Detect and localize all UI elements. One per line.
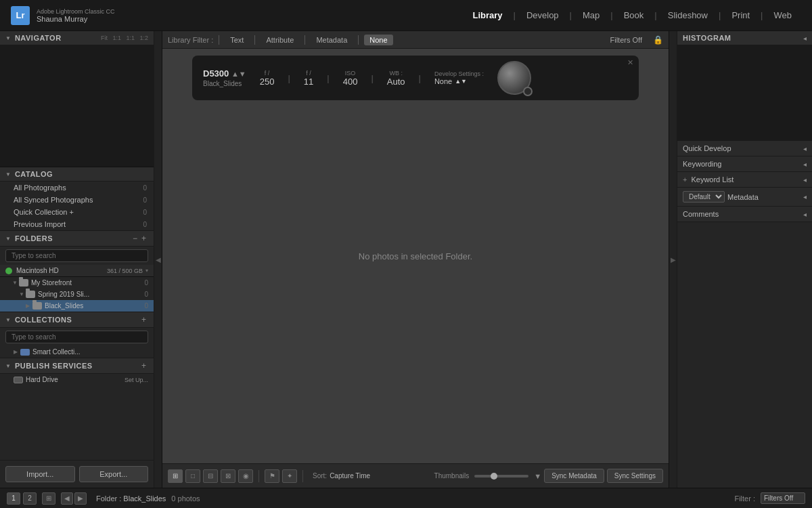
folders-search-input[interactable] (5, 249, 148, 262)
page-2-button[interactable]: 2 (23, 492, 37, 505)
quick-collection-count: 0 (143, 209, 147, 216)
collections-plus-button[interactable]: + (139, 315, 148, 324)
comments-arrow: ◂ (803, 211, 807, 218)
sync-settings-button[interactable]: Sync Settings (607, 469, 663, 483)
navigator-header[interactable]: ▼ Navigator Fit 1:1 1:1 1:2 (0, 31, 154, 45)
tab-map[interactable]: Map (573, 6, 609, 24)
filter-text-button[interactable]: Text (225, 35, 249, 45)
folder-black-slides[interactable]: ▶ Black_Slides 0 (0, 300, 154, 312)
keyword-list-plus[interactable]: + (683, 175, 687, 184)
metadata-section[interactable]: Default Metadata ◂ (677, 188, 812, 207)
lr-logo: Lr (11, 6, 30, 25)
tab-print[interactable]: Print (722, 6, 759, 24)
left-panel-collapse[interactable]: ◀ (154, 31, 162, 488)
folder-spring-2019[interactable]: ▼ Spring 2019 Sli... 0 (0, 289, 154, 300)
catalog-item-quick-collection[interactable]: Quick Collection + 0 (0, 206, 154, 218)
folders-plus-button[interactable]: + (139, 234, 148, 243)
catalog-item-synced[interactable]: All Synced Photographs 0 (0, 194, 154, 206)
camera-iso-label: ISO (345, 70, 356, 77)
collections-header[interactable]: ▼ Collections + (0, 312, 154, 328)
camera-info-bar: ✕ D5300 ▲▼ Black_Slides f / 250 | f / 11 (192, 56, 639, 100)
tab-web[interactable]: Web (765, 6, 802, 24)
tab-slideshow[interactable]: Slideshow (658, 6, 717, 24)
keywording-section[interactable]: Keywording ◂ (677, 156, 812, 172)
storefront-name: My Storefront (31, 279, 144, 287)
camera-dial[interactable] (497, 61, 531, 95)
slider-down-arrow[interactable]: ▼ (534, 472, 541, 480)
catalog-item-all-photographs[interactable]: All Photographs 0 (0, 182, 154, 194)
lock-icon[interactable]: 🔒 (653, 35, 663, 45)
camera-f-value: 250 (260, 77, 275, 87)
export-button[interactable]: Export... (79, 466, 149, 482)
photos-count[interactable]: 0 photos (171, 494, 200, 503)
histogram-arrow[interactable]: ◂ (803, 35, 807, 42)
catalog-item-previous-import[interactable]: Previous Import 0 (0, 218, 154, 230)
next-button[interactable]: ▶ (74, 492, 87, 505)
develop-settings-label: Develop Settings : (434, 70, 484, 77)
filters-off-button[interactable]: Filters Off (605, 35, 648, 45)
histogram-header[interactable]: Histogram ◂ (677, 31, 812, 45)
comments-section[interactable]: Comments ◂ (677, 207, 812, 222)
synced-photographs-count: 0 (143, 196, 147, 204)
nav-arrows: ◀ ▶ (61, 492, 87, 505)
folders-header[interactable]: ▼ Folders − + (0, 231, 154, 247)
folders-minus-button[interactable]: − (131, 234, 139, 243)
sync-metadata-button[interactable]: Sync Metadata (544, 469, 604, 483)
develop-settings-info: Develop Settings : None ▲▼ (434, 70, 484, 85)
grid-small-button[interactable]: ⊞ (42, 492, 55, 505)
sort-value[interactable]: Capture Time (330, 472, 370, 480)
flag-button[interactable]: ⚑ (265, 469, 279, 483)
keyword-list-arrow: ◂ (803, 176, 807, 184)
sort-label: Sort: (313, 472, 327, 480)
metadata-preset-select[interactable]: Default (683, 191, 725, 203)
tab-develop[interactable]: Develop (517, 6, 568, 24)
spray-button[interactable]: ✦ (282, 469, 297, 483)
status-filter-label: Filter : (734, 494, 755, 503)
filter-off-select[interactable]: Filters Off (761, 492, 805, 504)
publish-services-triangle: ▼ (5, 363, 11, 369)
people-view-button[interactable]: ◉ (238, 469, 253, 483)
loupe-view-button[interactable]: □ (185, 469, 200, 483)
publish-services-plus-button[interactable]: + (139, 361, 148, 371)
prev-button[interactable]: ◀ (61, 492, 73, 505)
thumbnail-slider-handle[interactable] (491, 473, 497, 480)
macintosh-hd-drive[interactable]: Macintosh HD 361 / 500 GB ▾ (0, 265, 154, 277)
filter-metadata-button[interactable]: Metadata (311, 35, 353, 45)
keyword-list-section[interactable]: + Keyword List ◂ (677, 172, 812, 188)
grid-view-button[interactable]: ⊞ (168, 469, 183, 483)
filter-none-button[interactable]: None (364, 35, 392, 45)
right-panel-collapse[interactable]: ▶ (669, 31, 677, 488)
catalog-header[interactable]: ▼ Catalog (0, 167, 154, 182)
smart-collections-item[interactable]: ▶ Smart Collecti... (0, 346, 154, 358)
app-branding: Lr Adobe Lightroom Classic CC Shauna Mur… (11, 6, 115, 25)
user-name: Shauna Murray (37, 15, 115, 23)
camera-info-close[interactable]: ✕ (627, 58, 633, 67)
tab-book[interactable]: Book (614, 6, 654, 24)
folder-label: Folder : (96, 494, 121, 503)
status-folder-info: Folder : Black_Slides (96, 494, 166, 503)
hard-drive-setup-button[interactable]: Set Up... (125, 377, 148, 383)
page-1-button[interactable]: 1 (7, 492, 20, 505)
collections-search-input[interactable] (5, 331, 148, 343)
thumbnail-size-slider[interactable] (474, 475, 528, 478)
previous-import-count: 0 (143, 221, 147, 228)
tab-library[interactable]: Library (463, 6, 512, 24)
catalog-label: Catalog (15, 170, 148, 178)
hard-drive-publish[interactable]: Hard Drive Set Up... (0, 374, 154, 385)
storefront-expand-arrow: ▼ (12, 280, 19, 286)
publish-services-header[interactable]: ▼ Publish Services + (0, 358, 154, 374)
quick-develop-section[interactable]: Quick Develop ◂ (677, 141, 812, 156)
app-info: Adobe Lightroom Classic CC Shauna Murray (37, 8, 115, 23)
center-area: Library Filter : Text Attribute Metadata… (162, 31, 669, 488)
thumbnail-bar: ⊞ □ ⊟ ⊠ ◉ ⚑ ✦ Sort: Capture Time Thumbna… (162, 463, 669, 488)
drive-chevron: ▾ (145, 268, 148, 274)
black-slides-folder-icon (32, 302, 42, 310)
spring-folder-icon (26, 291, 35, 298)
page-nav: 1 2 (7, 492, 37, 505)
compare-view-button[interactable]: ⊟ (203, 469, 218, 483)
collections-label: Collections (15, 316, 139, 324)
folder-my-storefront[interactable]: ▼ My Storefront 0 (0, 277, 154, 289)
survey-view-button[interactable]: ⊠ (221, 469, 235, 483)
import-button[interactable]: Import... (5, 466, 75, 482)
filter-attribute-button[interactable]: Attribute (261, 35, 299, 45)
